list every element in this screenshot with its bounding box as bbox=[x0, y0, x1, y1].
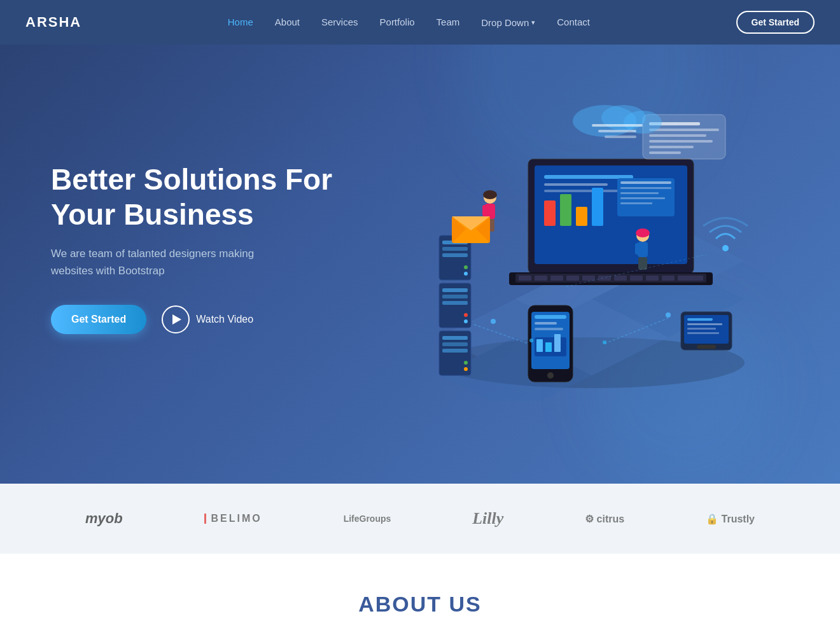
nav-link-team[interactable]: Team bbox=[428, 11, 469, 32]
svg-point-55 bbox=[547, 372, 554, 379]
svg-rect-100 bbox=[687, 318, 713, 321]
hero-get-started-button[interactable]: Get Started bbox=[51, 305, 146, 334]
svg-rect-11 bbox=[544, 190, 620, 192]
nav-item-services[interactable]: Services bbox=[312, 17, 367, 28]
svg-rect-91 bbox=[592, 124, 643, 127]
client-logo-belimo: BELIMO bbox=[204, 513, 262, 524]
svg-point-105 bbox=[491, 319, 496, 324]
nav-link-services[interactable]: Services bbox=[312, 11, 367, 32]
svg-rect-104 bbox=[697, 345, 716, 349]
nav-item-team[interactable]: Team bbox=[428, 17, 469, 28]
nav-item-home[interactable]: Home bbox=[219, 17, 262, 28]
play-triangle-icon bbox=[172, 314, 181, 325]
svg-rect-61 bbox=[545, 342, 552, 352]
svg-rect-28 bbox=[582, 276, 595, 281]
nav-links: Home About Services Portfolio Team Drop … bbox=[219, 12, 599, 33]
svg-rect-92 bbox=[598, 130, 636, 132]
nav-item-dropdown[interactable]: Drop Down bbox=[472, 12, 544, 33]
svg-point-76 bbox=[636, 228, 650, 237]
svg-point-51 bbox=[464, 361, 468, 365]
watch-video-label: Watch Video bbox=[196, 314, 253, 325]
navbar: ARSHA Home About Services Portfolio Team… bbox=[0, 0, 840, 45]
svg-rect-24 bbox=[519, 276, 531, 281]
nav-item-portfolio[interactable]: Portfolio bbox=[371, 17, 424, 28]
watch-video-button[interactable]: Watch Video bbox=[162, 305, 253, 333]
svg-point-69 bbox=[483, 190, 497, 199]
svg-rect-50 bbox=[442, 349, 468, 353]
svg-point-94 bbox=[722, 245, 729, 251]
svg-rect-73 bbox=[643, 243, 648, 255]
svg-rect-20 bbox=[620, 197, 665, 199]
svg-rect-56 bbox=[535, 315, 566, 319]
client-logo-trustly: 🔒 Trustly bbox=[706, 513, 755, 525]
svg-rect-31 bbox=[630, 276, 643, 281]
svg-rect-43 bbox=[442, 295, 468, 298]
hero-title: Better Solutions For Your Business bbox=[51, 162, 369, 232]
svg-rect-65 bbox=[482, 205, 487, 216]
nav-link-portfolio[interactable]: Portfolio bbox=[371, 11, 424, 32]
svg-rect-18 bbox=[620, 187, 671, 189]
svg-rect-25 bbox=[535, 276, 547, 281]
nav-get-started-button[interactable]: Get Started bbox=[736, 11, 815, 34]
svg-rect-38 bbox=[442, 253, 468, 257]
hero-actions: Get Started Watch Video bbox=[51, 305, 369, 334]
client-logo-citrus: ⚙ citrus bbox=[585, 513, 624, 525]
svg-rect-82 bbox=[649, 146, 694, 148]
svg-point-46 bbox=[464, 319, 468, 323]
svg-rect-34 bbox=[678, 276, 703, 281]
svg-point-107 bbox=[666, 312, 671, 318]
svg-rect-62 bbox=[554, 334, 561, 352]
svg-point-108 bbox=[603, 340, 606, 344]
svg-rect-68 bbox=[489, 219, 494, 232]
svg-rect-58 bbox=[535, 328, 563, 330]
hero-section: Better Solutions For Your Business We ar… bbox=[0, 0, 840, 484]
svg-rect-81 bbox=[649, 140, 713, 143]
hero-subtitle: We are team of talanted designers making… bbox=[51, 245, 293, 279]
svg-rect-26 bbox=[550, 276, 563, 281]
svg-rect-102 bbox=[687, 328, 716, 330]
play-icon bbox=[162, 305, 190, 333]
nav-link-dropdown[interactable]: Drop Down bbox=[472, 12, 544, 33]
hero-illustration-area bbox=[369, 95, 789, 401]
nav-link-contact[interactable]: Contact bbox=[548, 11, 599, 32]
brand-logo: ARSHA bbox=[25, 14, 81, 31]
nav-item-about[interactable]: About bbox=[266, 17, 309, 28]
svg-rect-21 bbox=[620, 202, 652, 204]
about-section: ABOUT US bbox=[0, 554, 840, 630]
svg-rect-66 bbox=[490, 205, 495, 216]
svg-rect-75 bbox=[642, 257, 647, 270]
nav-link-about[interactable]: About bbox=[266, 11, 309, 32]
svg-rect-37 bbox=[442, 247, 468, 251]
svg-rect-57 bbox=[535, 322, 557, 325]
svg-point-39 bbox=[464, 265, 468, 269]
hero-illustration bbox=[401, 95, 757, 401]
hero-content: Better Solutions For Your Business We ar… bbox=[51, 162, 369, 335]
svg-rect-44 bbox=[442, 301, 468, 305]
svg-rect-60 bbox=[536, 339, 543, 352]
svg-point-40 bbox=[464, 272, 468, 276]
about-title: ABOUT US bbox=[51, 592, 789, 617]
svg-rect-42 bbox=[442, 288, 468, 292]
svg-rect-33 bbox=[662, 276, 675, 281]
svg-rect-80 bbox=[649, 134, 706, 137]
svg-rect-79 bbox=[649, 129, 719, 131]
svg-rect-49 bbox=[442, 342, 468, 346]
svg-rect-32 bbox=[646, 276, 659, 281]
svg-point-106 bbox=[529, 339, 533, 342]
svg-rect-29 bbox=[598, 276, 611, 281]
client-logo-lifegroups: LifeGroups bbox=[344, 514, 391, 524]
svg-rect-19 bbox=[620, 192, 659, 194]
svg-rect-30 bbox=[614, 276, 627, 281]
nav-item-contact[interactable]: Contact bbox=[548, 17, 599, 28]
clients-bar: myob BELIMO LifeGroups Lilly ⚙ citrus 🔒 … bbox=[0, 484, 840, 554]
svg-rect-15 bbox=[592, 188, 603, 226]
svg-point-45 bbox=[464, 313, 468, 317]
svg-point-52 bbox=[464, 367, 468, 371]
svg-rect-72 bbox=[635, 243, 640, 255]
nav-link-home[interactable]: Home bbox=[219, 11, 262, 32]
svg-rect-10 bbox=[544, 183, 608, 186]
svg-rect-27 bbox=[566, 276, 579, 281]
svg-rect-103 bbox=[687, 332, 719, 334]
svg-rect-48 bbox=[442, 336, 468, 340]
client-logo-myob: myob bbox=[85, 510, 123, 527]
